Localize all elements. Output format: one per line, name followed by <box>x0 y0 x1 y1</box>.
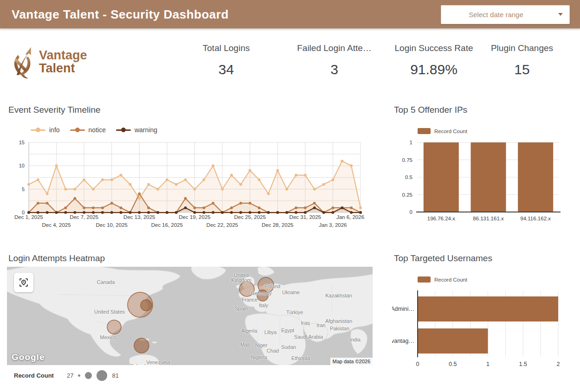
warning-series-swatch <box>116 129 131 131</box>
legend-item-info: info <box>31 126 60 134</box>
svg-text:196.76.24.x: 196.76.24.x <box>427 216 455 221</box>
legend-label: warning <box>135 126 157 134</box>
map-country-label: Spain <box>235 306 248 311</box>
map-country-label: Algeria <box>241 328 257 334</box>
map-country-label: Afghanistan <box>325 318 352 324</box>
brand-name-line1: Vantage <box>39 49 87 62</box>
map-country-label: Poland <box>264 283 280 289</box>
kpi-failed-logins: Failed Login Atte… 3 <box>282 43 387 77</box>
severity-chart-title: Event Severity Timeline <box>8 105 101 115</box>
notice-series-swatch <box>70 129 85 131</box>
kpi-label: Failed Login Atte… <box>282 43 387 53</box>
map-bubble[interactable] <box>134 338 149 353</box>
bubble-size-small <box>78 374 80 377</box>
kpi-value: 15 <box>480 62 564 77</box>
svg-text:Dec 7, 2025: Dec 7, 2025 <box>70 214 98 220</box>
map-country-label: Kazakhstan <box>325 293 352 298</box>
svg-text:5: 5 <box>22 186 25 192</box>
kpi-value: 34 <box>174 62 278 77</box>
offender-ips-chart[interactable]: 00.250.50.751196.76.24.x86.131.161.x94.1… <box>392 137 578 225</box>
legend-label: Record Count <box>434 129 467 134</box>
date-range-selector[interactable]: Select date range <box>441 5 570 24</box>
map-country-label: France <box>242 297 258 302</box>
brand-logo: Vantage Talent <box>10 43 87 82</box>
kpi-label: Login Success Rate <box>387 43 480 53</box>
record-count-swatch <box>418 276 431 283</box>
svg-text:Jan 3, 2026: Jan 3, 2026 <box>319 222 347 228</box>
svg-text:vantag…: vantag… <box>392 338 414 344</box>
google-logo[interactable]: Google <box>12 352 45 362</box>
bar-94.116.162.x <box>518 142 553 212</box>
svg-text:Dec 28, 2025: Dec 28, 2025 <box>262 222 293 228</box>
offenders-chart-title: Top 5 Offender IPs <box>394 105 467 115</box>
svg-text:1: 1 <box>410 140 412 145</box>
usernames-chart-title: Top Targeted Usernames <box>394 253 492 263</box>
kpi-value: 3 <box>282 62 387 77</box>
map-country-label: Türkiye <box>286 309 303 315</box>
svg-text:Dec 25, 2025: Dec 25, 2025 <box>234 214 265 220</box>
legend-label: Record Count <box>434 277 467 283</box>
bar-Admini… <box>418 296 558 321</box>
svg-text:1: 1 <box>486 361 490 367</box>
svg-text:0.5: 0.5 <box>449 361 457 367</box>
map-bubble[interactable] <box>141 300 152 311</box>
svg-text:Dec 22, 2025: Dec 22, 2025 <box>206 222 238 228</box>
page-title: Vantage Talent - Security Dashboard <box>12 0 229 29</box>
map-country-label: United States <box>94 309 125 315</box>
location-scan-icon <box>18 277 29 288</box>
map-country-label: Ethiopia <box>291 355 310 361</box>
map-country-label: Niger <box>255 342 267 348</box>
legend-label: info <box>49 126 60 134</box>
bar-196.76.24.x <box>424 142 459 212</box>
usernames-legend: Record Count <box>418 276 467 283</box>
kpi-label: Plugin Changes <box>480 43 564 53</box>
map-bubble[interactable] <box>107 320 121 334</box>
map-country-label: Ukraine <box>282 289 300 295</box>
map-country-label: Iran <box>317 322 326 328</box>
kpi-value: 91.89% <box>387 62 480 77</box>
legend-label: Record Count <box>14 372 54 379</box>
map-country-label: Nigeria <box>251 354 267 360</box>
map-country-label: Colombia <box>130 363 151 365</box>
map-country-label: India <box>349 337 361 342</box>
svg-text:Admini…: Admini… <box>392 306 414 312</box>
svg-text:0.5: 0.5 <box>405 174 412 180</box>
map-country-label: Chad <box>267 348 279 353</box>
heatmap-title: Login Attempts Heatmap <box>8 253 105 263</box>
severity-timeline-chart[interactable]: 051015Dec 1, 2025Dec 7, 2025Dec 13, 2025… <box>5 137 371 230</box>
svg-text:0.75: 0.75 <box>402 157 412 163</box>
svg-text:Dec 1, 2025: Dec 1, 2025 <box>14 214 43 220</box>
world-map-graphic <box>7 267 373 365</box>
svg-text:Dec 16, 2025: Dec 16, 2025 <box>151 222 183 228</box>
svg-text:0: 0 <box>410 209 412 215</box>
bar-86.131.161.x <box>471 142 506 212</box>
vantage-logo-icon <box>10 43 35 82</box>
bar-vantag… <box>418 328 488 353</box>
targeted-usernames-chart[interactable]: Admini…vantag…00.511.52 <box>392 285 580 371</box>
map-country-label: Saudi Arabia <box>294 334 323 340</box>
app-header: Vantage Talent - Security Dashboard Sele… <box>0 0 580 29</box>
map-country-label: Kingdom <box>231 277 251 283</box>
map-country-label: Iraq <box>301 320 310 326</box>
legend-item-notice: notice <box>70 126 106 134</box>
map-country-label: Libya <box>264 329 277 335</box>
legend-max-value: 81 <box>112 372 118 379</box>
kpi-plugin-changes: Plugin Changes 15 <box>480 43 564 77</box>
map-country-label: Germany <box>251 290 271 296</box>
date-range-label: Select date range <box>441 6 551 24</box>
svg-text:0.25: 0.25 <box>402 192 412 198</box>
kpi-total-logins: Total Logins 34 <box>174 43 278 77</box>
svg-text:Dec 31, 2025: Dec 31, 2025 <box>290 214 321 220</box>
svg-text:Dec 4, 2025: Dec 4, 2025 <box>42 222 71 228</box>
bubble-size-medium <box>85 372 92 379</box>
severity-legend: info notice warning <box>31 126 157 134</box>
map-location-control-button[interactable] <box>14 273 33 292</box>
svg-text:15: 15 <box>19 140 25 145</box>
svg-text:Dec 13, 2025: Dec 13, 2025 <box>123 214 155 220</box>
record-count-swatch <box>418 128 431 134</box>
map-attribution: Map data ©2026 <box>330 358 373 365</box>
map-country-label: Egypt <box>281 328 294 333</box>
svg-text:2: 2 <box>557 361 560 367</box>
map-country-label: Italy <box>259 302 268 308</box>
login-attempts-map[interactable]: Google Map data ©2026 CanadaUnited State… <box>7 267 373 365</box>
